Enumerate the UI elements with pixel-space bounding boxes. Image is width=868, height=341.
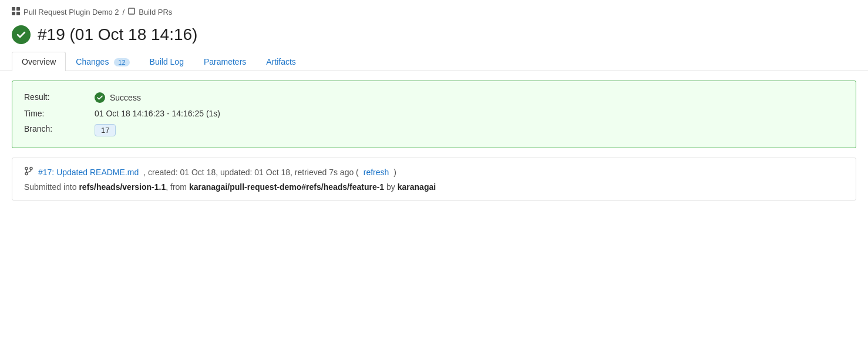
grid-icon (12, 7, 20, 17)
time-row: Time: 01 Oct 18 14:16:23 - 14:16:25 (1s) (24, 106, 844, 121)
page-title-container: #19 (01 Oct 18 14:16) (0, 22, 868, 51)
result-value: Success (95, 92, 141, 103)
result-label: Result: (24, 92, 95, 102)
content-area: Result: Success Time: 01 Oct 18 14:16:23… (0, 71, 868, 210)
pr-repo: karanagai/pull-request-demo#refs/heads/f… (189, 182, 384, 192)
breadcrumb-separator: / (123, 8, 125, 16)
branch-label: Branch: (24, 124, 95, 133)
build-success-icon (12, 25, 31, 44)
pr-meta-close: ) (393, 168, 396, 177)
pr-link[interactable]: #17: Updated README.md (38, 168, 139, 177)
changes-badge: 12 (114, 58, 129, 66)
pr-user: karanagai (398, 182, 436, 192)
svg-point-6 (30, 168, 32, 170)
tab-parameters[interactable]: Parameters (194, 52, 256, 71)
tab-overview[interactable]: Overview (12, 52, 66, 71)
breadcrumb-project[interactable]: Pull Request Plugin Demo 2 (23, 8, 119, 16)
build-info-box: Result: Success Time: 01 Oct 18 14:16:23… (12, 81, 856, 148)
svg-rect-1 (16, 7, 20, 11)
result-row: Result: Success (24, 89, 844, 106)
svg-rect-3 (16, 12, 20, 15)
time-label: Time: (24, 109, 95, 118)
svg-rect-0 (12, 7, 15, 11)
submitted-line: Submitted into refs/heads/version-1.1, f… (24, 182, 844, 192)
svg-point-7 (25, 173, 28, 175)
tab-changes[interactable]: Changes 12 (66, 52, 139, 71)
branch-value: 17 (95, 124, 116, 136)
breadcrumb-job-icon (128, 8, 135, 16)
branch-badge[interactable]: 17 (95, 124, 116, 136)
tab-bar: Overview Changes 12 Build Log Parameters… (0, 51, 868, 71)
page-title: #19 (01 Oct 18 14:16) (38, 25, 197, 44)
svg-point-5 (25, 168, 28, 170)
pr-info-box: #17: Updated README.md, created: 01 Oct … (12, 158, 856, 200)
pr-title-line: #17: Updated README.md, created: 01 Oct … (24, 166, 844, 178)
pr-refresh-link[interactable]: refresh (364, 168, 389, 177)
svg-rect-4 (129, 8, 134, 14)
pr-merge-icon (24, 166, 33, 178)
tab-build-log[interactable]: Build Log (140, 52, 194, 71)
tab-artifacts[interactable]: Artifacts (256, 52, 306, 71)
breadcrumb: Pull Request Plugin Demo 2 / Build PRs (0, 0, 868, 22)
time-value: 01 Oct 18 14:16:23 - 14:16:25 (1s) (95, 109, 220, 118)
result-success-icon (95, 92, 105, 103)
svg-rect-2 (12, 12, 15, 15)
breadcrumb-job[interactable]: Build PRs (139, 8, 172, 16)
pr-branch: refs/heads/version-1.1 (79, 182, 166, 192)
branch-row: Branch: 17 (24, 121, 844, 139)
pr-meta: , created: 01 Oct 18, updated: 01 Oct 18… (143, 168, 359, 177)
